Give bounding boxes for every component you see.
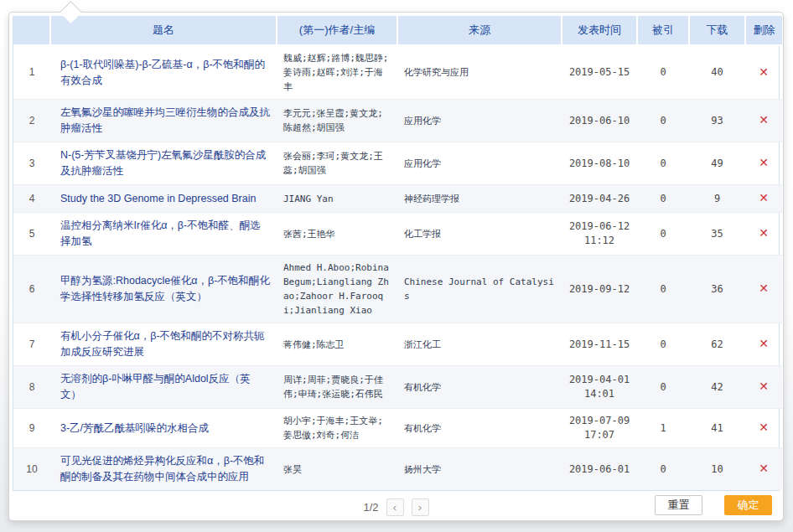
paper-title-link[interactable]: 甲醇为氢源:Rhodacycle催化α，β-不饱和酮化学选择性转移加氢反应（英文… [60,275,270,302]
col-header-source: 来源 [397,16,562,45]
delete-cell: ✕ [745,185,782,213]
row-index: 6 [13,256,50,323]
cited-count-cell: 0 [637,366,689,409]
paper-title-link[interactable]: 左氧氟沙星的噻唑并均三唑衍生物的合成及抗肿瘤活性 [60,106,270,134]
cited-count-cell: 0 [637,45,689,100]
paper-title-link[interactable]: N-(5-芳苄叉基饶丹宁)左氧氟沙星酰胺的合成及抗肿瘤活性 [60,149,266,177]
table-row: 7 有机小分子催化α，β-不饱和酮的不对称共轭加成反应研究进展 蒋伟健;陈志卫 … [13,323,782,366]
delete-icon[interactable]: ✕ [759,225,769,241]
paper-title-link[interactable]: 可见光促进的烯烃异构化反应和α，β-不饱和酮的制备及其在药物中间体合成中的应用 [60,455,265,483]
table-row: 8 无溶剂的β-卟啉甲醛与酮的Aldol反应（英文） 周详;周菲;贾晓良;于佳伟… [13,366,782,409]
publish-date-cell: 2019-06-10 [562,100,637,142]
publish-date-cell: 2019-06-01 [562,448,637,491]
table-row: 1 β-(1-取代吲哚基)-β-乙硫基-α，β-不饱和酮的有效合成 魏威;赵辉;… [13,45,782,100]
prev-page-button[interactable]: ‹ [386,498,404,516]
publish-date-cell: 2019-06-12 11:12 [562,213,637,256]
authors-cell: 李元元;张呈霞;黄文龙;陈超然;胡国强 [277,100,397,142]
authors-cell: 周详;周菲;贾晓良;于佳伟;申琦;张运晓;石伟民 [277,366,397,409]
table-row: 10 可见光促进的烯烃异构化反应和α，β-不饱和酮的制备及其在药物中间体合成中的… [13,448,782,491]
row-index: 10 [13,448,50,491]
delete-icon[interactable]: ✕ [759,65,769,80]
results-table: 题名 (第一)作者/主编 来源 发表时间 被引 下载 删除 1 β-(1-取代吲… [13,16,782,490]
authors-cell: 魏威;赵辉;路博;魏思静;姜诗雨;赵晖;刘洋;于海丰 [277,45,397,100]
download-count-cell: 36 [689,256,745,323]
paper-title-link[interactable]: Study the 3D Genome in Depressed Brain [60,193,256,204]
download-count-cell: 41 [689,409,745,448]
confirm-button[interactable]: 确定 [724,495,772,515]
cited-count-cell: 0 [637,213,689,256]
title-cell: 甲醇为氢源:Rhodacycle催化α，β-不饱和酮化学选择性转移加氢反应（英文… [50,256,277,323]
delete-cell: ✕ [745,366,782,409]
delete-icon[interactable]: ✕ [759,281,769,297]
row-index: 2 [13,100,50,142]
cited-count-cell: 0 [637,256,689,323]
publish-date-cell: 2019-08-10 [562,142,637,185]
results-popover: 题名 (第一)作者/主编 来源 发表时间 被引 下载 删除 1 β-(1-取代吲… [8,12,784,521]
delete-cell: ✕ [745,213,782,256]
paper-title-link[interactable]: 温控相分离纳米Ir催化α，β-不饱和醛、酮选择加氢 [60,220,261,247]
title-cell: N-(5-芳苄叉基饶丹宁)左氧氟沙星酰胺的合成及抗肿瘤活性 [50,142,277,185]
table-header-row: 题名 (第一)作者/主编 来源 发表时间 被引 下载 删除 [13,16,782,45]
paper-title-link[interactable]: β-(1-取代吲哚基)-β-乙硫基-α，β-不饱和酮的有效合成 [60,59,265,86]
publish-date-cell: 2019-04-26 [562,185,637,213]
paper-title-link[interactable]: 3-乙/芳酰乙酰基吲哚的水相合成 [60,422,209,434]
authors-cell: 张茜;王艳华 [277,213,397,256]
paper-title-link[interactable]: 无溶剂的β-卟啉甲醛与酮的Aldol反应（英文） [60,373,251,400]
delete-icon[interactable]: ✕ [759,461,769,477]
table-row: 2 左氧氟沙星的噻唑并均三唑衍生物的合成及抗肿瘤活性 李元元;张呈霞;黄文龙;陈… [13,100,782,142]
col-header-date: 发表时间 [562,16,637,45]
source-cell: 扬州大学 [397,448,562,491]
publish-date-cell: 2019-11-15 [562,323,637,366]
delete-icon[interactable]: ✕ [759,336,769,352]
page-background: 题名 (第一)作者/主编 来源 发表时间 被引 下载 删除 1 β-(1-取代吲… [0,0,793,532]
pagination: 1/2 ‹ › [363,498,428,516]
download-count-cell: 93 [689,100,745,142]
download-count-cell: 49 [689,142,745,185]
authors-cell: 张会丽;李珂;黄文龙;王蕊;胡国强 [277,142,397,185]
row-index: 9 [13,409,50,448]
title-cell: 3-乙/芳酰乙酰基吲哚的水相合成 [50,409,277,448]
title-cell: β-(1-取代吲哚基)-β-乙硫基-α，β-不饱和酮的有效合成 [50,45,277,100]
delete-icon[interactable]: ✕ [759,155,769,171]
delete-cell: ✕ [745,409,782,448]
authors-cell: 张昊 [277,448,397,491]
delete-icon[interactable]: ✕ [759,112,769,128]
title-cell: 有机小分子催化α，β-不饱和酮的不对称共轭加成反应研究进展 [50,323,277,366]
results-table-wrap: 题名 (第一)作者/主编 来源 发表时间 被引 下载 删除 1 β-(1-取代吲… [13,16,780,491]
publish-date-cell: 2019-05-15 [562,45,637,100]
delete-icon[interactable]: ✕ [759,420,769,436]
footer: 1/2 ‹ › 重置 确定 [13,491,780,515]
download-count-cell: 42 [689,366,745,409]
table-row: 3 N-(5-芳苄叉基饶丹宁)左氧氟沙星酰胺的合成及抗肿瘤活性 张会丽;李珂;黄… [13,142,782,185]
delete-cell: ✕ [745,448,782,491]
row-index: 7 [13,323,50,366]
cited-count-cell: 0 [637,185,689,213]
publish-date-cell: 2019-09-12 [562,256,637,323]
delete-icon[interactable]: ✕ [759,379,769,395]
delete-icon[interactable]: ✕ [759,190,769,206]
col-header-title: 题名 [50,16,277,45]
col-header-delete: 删除 [745,16,782,45]
title-cell: Study the 3D Genome in Depressed Brain [50,185,277,213]
source-cell: 浙江化工 [397,323,562,366]
next-page-button[interactable]: › [412,498,429,516]
paper-title-link[interactable]: 有机小分子催化α，β-不饱和酮的不对称共轭加成反应研究进展 [60,330,265,358]
download-count-cell: 9 [689,185,745,213]
source-cell: 有机化学 [397,409,562,448]
delete-cell: ✕ [745,323,782,366]
row-index: 1 [13,45,50,100]
table-row: 6 甲醇为氢源:Rhodacycle催化α，β-不饱和酮化学选择性转移加氢反应（… [13,256,782,323]
table-row: 9 3-乙/芳酰乙酰基吲哚的水相合成 胡小宇;于海丰;王文举;姜思傲;刘奇;何洁… [13,409,782,448]
col-header-cited: 被引 [637,16,689,45]
authors-cell: 蒋伟健;陈志卫 [277,323,397,366]
source-cell: 应用化学 [397,142,562,185]
cited-count-cell: 1 [637,409,689,448]
col-header-index [13,16,50,45]
download-count-cell: 35 [689,213,745,256]
source-cell: 化学研究与应用 [397,45,562,100]
delete-cell: ✕ [745,45,782,100]
col-header-downloads: 下载 [689,16,745,45]
title-cell: 无溶剂的β-卟啉甲醛与酮的Aldol反应（英文） [50,366,277,409]
reset-button[interactable]: 重置 [655,495,702,515]
download-count-cell: 62 [689,323,745,366]
